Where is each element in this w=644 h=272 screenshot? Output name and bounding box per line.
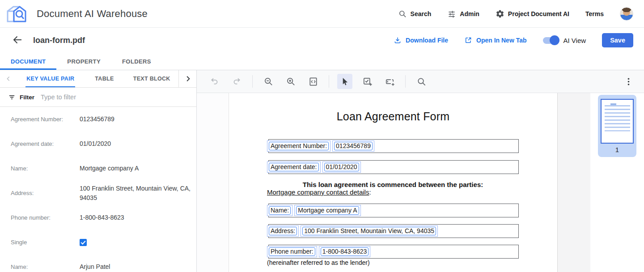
redo-button[interactable] — [229, 74, 244, 89]
kv-row[interactable]: Name: Mortgage company A — [0, 156, 196, 181]
nav-terms-label: Terms — [585, 10, 604, 17]
tab-document[interactable]: DOCUMENT — [0, 53, 56, 70]
redo-icon — [232, 76, 242, 87]
kv-row[interactable]: Agreement date: 01/01/2020 — [0, 132, 196, 156]
annotation-value-box[interactable]: 0123456789 — [332, 140, 374, 152]
kv-row[interactable]: Single — [0, 230, 196, 255]
download-icon — [394, 36, 402, 44]
annotation-key-box[interactable]: Agreement date: — [267, 162, 321, 173]
kv-value[interactable]: 1-800-843-8623 — [80, 213, 192, 222]
document-viewer: Loan Agreement Form Agreement Number: 01… — [197, 70, 644, 272]
tab-folders[interactable]: FOLDERS — [111, 53, 162, 70]
canvas-left-gutter — [197, 93, 229, 272]
toggle-knob — [550, 35, 559, 45]
kv-row[interactable]: Name: Arjun Patel — [0, 255, 196, 272]
add-checkbox-annotation-button[interactable] — [360, 74, 375, 89]
nav-search-label: Search — [411, 10, 432, 17]
page-thumbnail-preview — [601, 99, 634, 144]
zoom-out-icon — [263, 76, 274, 87]
add-text-annotation-button[interactable] — [382, 74, 397, 89]
kv-key: Address: — [11, 190, 80, 196]
annotation-value-text: 01/01/2020 — [324, 163, 359, 171]
nav-terms[interactable]: Terms — [585, 10, 604, 17]
pointer-tool-button[interactable] — [337, 74, 352, 89]
kv-key: Name: — [11, 165, 80, 172]
ai-view-toggle[interactable] — [543, 37, 558, 44]
panel-tabs-scroll-right-button[interactable] — [178, 70, 196, 87]
kv-value[interactable]: 0123456789 — [80, 115, 192, 124]
single-checkbox[interactable] — [80, 239, 87, 246]
file-bar-actions: Download File Open In New Tab AI View Sa… — [394, 33, 633, 47]
section-colon: : — [369, 188, 371, 196]
kv-value[interactable]: 01/01/2020 — [80, 139, 192, 149]
tune-icon — [447, 9, 456, 18]
kv-row[interactable]: Address: 100 Franklin Street, Mountain V… — [0, 181, 196, 205]
open-in-new-tab-button[interactable]: Open In New Tab — [464, 36, 527, 44]
add-text-annotation-icon — [385, 76, 395, 87]
page-thumbnail[interactable]: 1 — [598, 95, 636, 157]
zoom-in-button[interactable] — [283, 74, 298, 89]
ai-view-toggle-group: AI View — [543, 37, 586, 44]
filter-input[interactable] — [41, 94, 196, 101]
document-footer-note: (hereinafter referred to as the lender) — [267, 259, 370, 266]
kv-value[interactable]: Arjun Patel — [80, 262, 192, 272]
undo-button[interactable] — [207, 74, 222, 89]
canvas-right-gutter — [558, 93, 590, 272]
annotation-value-box[interactable]: Mortgage company A — [294, 205, 360, 216]
tab-property[interactable]: PROPERTY — [56, 53, 111, 70]
kv-value[interactable]: 100 Franklin Street, Mountain View, CA, … — [80, 184, 192, 203]
key-value-list: Agreement Number: 0123456789 Agreement d… — [0, 107, 196, 272]
annotation-key-box[interactable]: Name: — [267, 205, 292, 216]
warehouse-logo-icon — [6, 4, 28, 23]
nav-project-label: Project Document AI — [508, 10, 569, 17]
kv-row[interactable]: Agreement Number: 0123456789 — [0, 107, 196, 132]
app-title: Document AI Warehouse — [37, 8, 148, 20]
nav-project[interactable]: Project Document AI — [496, 9, 569, 18]
open-in-new-tab-label: Open In New Tab — [476, 37, 527, 44]
fit-code-icon — [308, 76, 318, 87]
toolbar-divider — [252, 75, 253, 88]
annotation-value-box[interactable]: 01/01/2020 — [322, 162, 361, 173]
annotation-key-text: Agreement Number: — [269, 142, 329, 150]
panel-tabs-scroll-left-button[interactable] — [0, 70, 17, 87]
annotation-key-box[interactable]: Agreement Number: — [267, 140, 330, 152]
ai-view-label: AI View — [564, 37, 586, 44]
download-file-button[interactable]: Download File — [394, 36, 448, 44]
save-button[interactable]: Save — [602, 33, 633, 47]
nav-admin[interactable]: Admin — [447, 9, 479, 18]
pdf-page[interactable]: Loan Agreement Form Agreement Number: 01… — [229, 93, 558, 272]
kv-key: Phone number: — [11, 214, 80, 221]
tab-table[interactable]: TABLE — [84, 70, 125, 87]
content-area: KEY VALUE PAIR TABLE TEXT BLOCK Filter A… — [0, 70, 644, 272]
annotation-key-box[interactable]: Phone number: — [267, 246, 317, 257]
filter-row: Filter — [0, 88, 196, 107]
nav-admin-label: Admin — [460, 10, 479, 17]
open-in-new-icon — [464, 36, 472, 44]
tab-key-value-pair[interactable]: KEY VALUE PAIR — [17, 70, 84, 87]
page-number: 1 — [598, 146, 636, 153]
filter-icon — [8, 94, 16, 101]
add-checkbox-annotation-icon — [362, 76, 373, 87]
nav-search[interactable]: Search — [398, 9, 432, 18]
kv-row[interactable]: Phone number: 1-800-843-8623 — [0, 205, 196, 230]
annotation-value-box[interactable]: 100 Franklin Street, Mountain View, CA, … — [301, 225, 438, 237]
viewer-toolbar — [197, 70, 644, 93]
overflow-menu-button[interactable] — [621, 74, 636, 89]
main-tabs: DOCUMENT PROPERTY FOLDERS — [0, 53, 644, 70]
toolbar-divider — [329, 75, 329, 88]
form-field-row: Agreement date: 01/01/2020 — [268, 160, 519, 174]
search-document-button[interactable] — [414, 74, 429, 89]
annotation-key-text: Address: — [269, 227, 297, 235]
toolbar-divider — [405, 75, 406, 88]
zoom-out-button[interactable] — [261, 74, 276, 89]
back-button[interactable] — [12, 34, 23, 46]
fit-to-width-button[interactable] — [305, 74, 321, 89]
annotation-value-box[interactable]: 1-800-843-8623 — [319, 246, 371, 257]
annotation-key-box[interactable]: Address: — [267, 225, 299, 237]
kv-value[interactable]: Mortgage company A — [80, 164, 192, 173]
undo-icon — [209, 76, 220, 87]
file-name: loan-form.pdf — [33, 36, 85, 45]
tab-text-block[interactable]: TEXT BLOCK — [125, 70, 178, 87]
pointer-icon — [340, 76, 350, 87]
user-avatar[interactable] — [620, 7, 633, 21]
